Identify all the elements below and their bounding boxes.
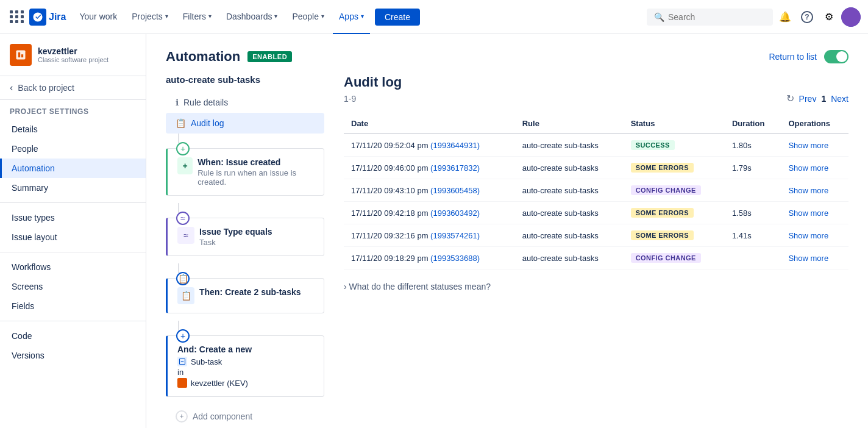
audit-log-icon: 📋 — [176, 118, 186, 128]
refresh-button[interactable]: ↻ — [786, 93, 794, 104]
date-id-2[interactable]: (1993605458) — [430, 186, 480, 195]
status-badge-4: SOME ERRORS — [631, 230, 694, 240]
connector-line-4 — [178, 321, 179, 330]
sidebar-item-fields[interactable]: Fields — [0, 296, 146, 316]
search-icon: 🔍 — [654, 12, 664, 22]
date-id-0[interactable]: (1993644931) — [430, 141, 480, 150]
cell-date-3: 17/11/20 09:42:18 pm (1993603492) — [344, 202, 515, 224]
show-more-button-0[interactable]: Show more — [788, 141, 828, 150]
cell-status-3: SOME ERRORS — [624, 202, 725, 224]
col-status: Status — [624, 114, 725, 134]
cell-rule-2: auto-create sub-tasks — [515, 179, 624, 202]
svg-rect-1 — [18, 52, 20, 57]
sidebar-item-versions[interactable]: Versions — [0, 346, 146, 365]
status-legend[interactable]: › What do the different statuses mean? — [344, 282, 848, 291]
sidebar-divider-3 — [0, 321, 146, 321]
apps-nav[interactable]: Apps ▾ — [333, 0, 370, 34]
back-to-project[interactable]: ‹ Back to project — [0, 76, 146, 100]
date-id-4[interactable]: (1993574261) — [430, 231, 480, 240]
sidebar-item-automation[interactable]: Automation — [0, 159, 146, 178]
audit-log-pagination: 1-9 ↻ Prev 1 Next — [344, 93, 848, 104]
rule-block-action[interactable]: 📋 📋 Then: Create 2 sub-tasks — [166, 278, 324, 313]
pagination-range: 1-9 — [344, 94, 356, 104]
date-id-5[interactable]: (1993533688) — [430, 254, 480, 263]
jira-logo-text: Jira — [49, 12, 66, 23]
add-action-button[interactable]: 📋 — [176, 272, 190, 285]
return-to-list-link[interactable]: Return to list — [769, 52, 817, 62]
search-box[interactable]: 🔍 — [647, 9, 773, 26]
sidebar-section-title: Project settings — [0, 100, 146, 119]
status-badge-2: CONFIG CHANGE — [631, 185, 701, 195]
sidebar-item-workflows[interactable]: Workflows — [0, 257, 146, 277]
next-page-button[interactable]: Next — [831, 94, 848, 104]
grid-icon — [10, 10, 24, 23]
settings-button[interactable]: ⚙ — [819, 7, 839, 27]
rule-menu-audit-log[interactable]: 📋 Audit log — [166, 113, 324, 134]
add-component-button[interactable]: + Add component — [166, 404, 324, 428]
condition-row: ≈ Issue Type equals Task — [177, 227, 314, 247]
cell-rule-1: auto-create sub-tasks — [515, 157, 624, 179]
dashboards-nav[interactable]: Dashboards ▾ — [220, 0, 284, 34]
cell-status-1: SOME ERRORS — [624, 157, 725, 179]
filters-nav[interactable]: Filters ▾ — [177, 0, 218, 34]
apps-chevron-icon: ▾ — [361, 13, 364, 20]
project-name: kevzettler — [38, 46, 108, 56]
show-more-button-3[interactable]: Show more — [788, 209, 828, 218]
sidebar-item-summary[interactable]: Summary — [0, 178, 146, 198]
sidebar-item-details[interactable]: Details — [0, 119, 146, 139]
notifications-button[interactable]: 🔔 — [775, 7, 795, 27]
date-main-1: 17/11/20 09:46:00 pm — [351, 163, 430, 173]
action-icon: 📋 — [177, 287, 194, 304]
user-avatar[interactable] — [841, 7, 861, 27]
bell-icon: 🔔 — [779, 11, 791, 23]
cell-duration-3: 1.58s — [725, 202, 781, 224]
project-info: kevzettler Classic software project — [38, 46, 108, 63]
rule-menu-details[interactable]: ℹ Rule details — [166, 92, 324, 113]
sidebar-item-code[interactable]: Code — [0, 326, 146, 346]
sub-task-label: Sub-task — [191, 357, 222, 366]
project-header: kevzettler Classic software project — [0, 34, 146, 76]
connector-line-3 — [178, 263, 179, 273]
col-date: Date — [344, 114, 515, 134]
rule-block-trigger[interactable]: + + When: Issue created Rule is run when… — [166, 148, 324, 196]
info-icon: ℹ — [176, 98, 179, 107]
sidebar-item-screens[interactable]: Screens — [0, 277, 146, 296]
automation-title: Automation — [166, 49, 240, 65]
help-button[interactable]: ? — [797, 7, 817, 27]
show-more-button-4[interactable]: Show more — [788, 231, 828, 240]
show-more-button-5[interactable]: Show more — [788, 254, 828, 263]
grid-menu-button[interactable] — [7, 7, 27, 27]
cell-date-5: 17/11/20 09:18:29 pm (1993533688) — [344, 247, 515, 269]
add-and-button[interactable]: + — [176, 329, 190, 343]
your-work-nav[interactable]: Your work — [73, 0, 123, 34]
cell-duration-1: 1.79s — [725, 157, 781, 179]
date-id-3[interactable]: (1993603492) — [430, 209, 480, 218]
projects-nav[interactable]: Projects ▾ — [126, 0, 174, 34]
table-header-row: Date Rule Status Duration Operations — [344, 114, 848, 134]
col-rule: Rule — [515, 114, 624, 134]
trigger-desc: Rule is run when an issue is created. — [197, 168, 314, 187]
add-condition-button[interactable]: ≈ — [176, 212, 190, 225]
date-id-1[interactable]: (1993617832) — [430, 163, 480, 173]
add-trigger-button[interactable]: + — [176, 142, 190, 155]
sidebar-item-issue-types[interactable]: Issue types — [0, 208, 146, 227]
show-more-button-2[interactable]: Show more — [788, 186, 828, 195]
sidebar-item-issue-layout[interactable]: Issue layout — [0, 227, 146, 247]
rule-block-and-action[interactable]: + And: Create a new Sub-task in — [166, 335, 324, 397]
people-nav[interactable]: People ▾ — [286, 0, 330, 34]
cell-status-2: CONFIG CHANGE — [624, 179, 725, 202]
sidebar: kevzettler Classic software project ‹ Ba… — [0, 34, 146, 428]
sidebar-item-people[interactable]: People — [0, 139, 146, 159]
create-button[interactable]: Create — [375, 9, 420, 26]
trigger-title: When: Issue created — [197, 157, 314, 167]
search-input[interactable] — [668, 12, 766, 22]
topnav: Jira Your work Projects ▾ Filters ▾ Dash… — [0, 0, 868, 34]
col-duration: Duration — [725, 114, 781, 134]
jira-logo[interactable]: Jira — [29, 9, 66, 26]
automation-toggle[interactable] — [824, 50, 848, 63]
prev-page-button[interactable]: Prev — [799, 94, 817, 104]
cell-duration-5 — [725, 247, 781, 269]
rule-block-condition[interactable]: ≈ ≈ Issue Type equals Task — [166, 218, 324, 256]
table-row: 17/11/20 09:42:18 pm (1993603492) auto-c… — [344, 202, 848, 224]
show-more-button-1[interactable]: Show more — [788, 163, 828, 173]
